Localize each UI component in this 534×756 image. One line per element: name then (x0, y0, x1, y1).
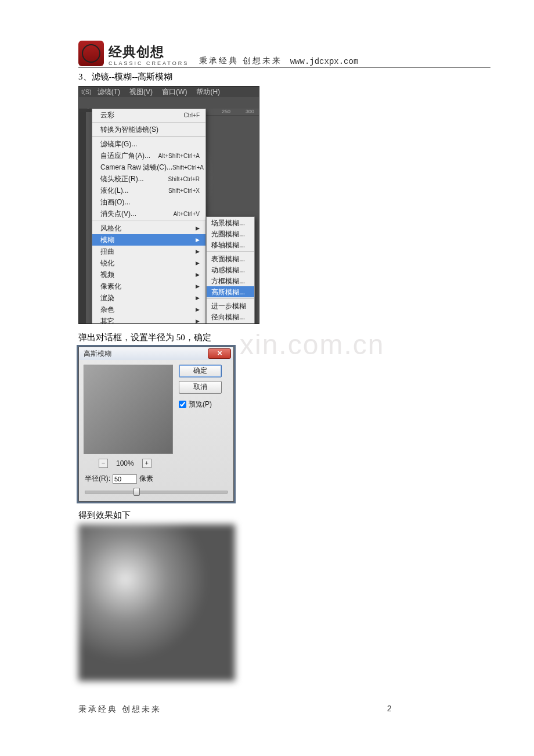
menu-item[interactable]: 液化(L)...Shift+Ctrl+X (92, 185, 205, 196)
menu-item-noise[interactable]: 杂色▶ (92, 304, 205, 315)
menu-item[interactable]: 滤镜库(G)... (92, 138, 205, 150)
submenu-item[interactable]: 方框模糊... (207, 275, 254, 286)
dialog-title: 高斯模糊 (84, 349, 111, 359)
menubar-filter[interactable]: 滤镜(T) (94, 87, 124, 97)
ruler-mark: 300 (246, 109, 254, 116)
logo-icon (78, 41, 104, 66)
radius-slider[interactable] (85, 487, 228, 495)
menu-item-sharpen[interactable]: 锐化▶ (92, 257, 205, 269)
submenu-item-gaussian[interactable]: 高斯模糊... (207, 286, 254, 297)
submenu-item[interactable]: 动感模糊... (207, 264, 254, 275)
menu-item[interactable]: 消失点(V)...Alt+Ctrl+V (92, 208, 205, 219)
blur-submenu[interactable]: 场景模糊... 光圈模糊... 移轴模糊... 表面模糊... 动感模糊... … (206, 217, 255, 323)
gaussian-blur-dialog: 高斯模糊 ✕ 确定 取消 预览(P) − 100% + 半径(R): (78, 347, 234, 502)
footer-slogan: 秉承经典 创想未来 (78, 704, 161, 715)
menu-item-render[interactable]: 渲染▶ (92, 292, 205, 304)
doc-zoom-label: 0% ( (79, 109, 92, 112)
dialog-titlebar[interactable]: 高斯模糊 ✕ (79, 347, 233, 360)
submenu-item[interactable]: 进一步模糊 (207, 300, 254, 311)
ps-screenshot: t(S) 滤镜(T) 视图(V) 窗口(W) 帮助(H) 0% ( 250 30… (78, 86, 259, 324)
menu-item-smart-filter[interactable]: 转换为智能滤镜(S) (92, 124, 205, 135)
zoom-out-button[interactable]: − (99, 459, 108, 468)
ps-leftlabel: t(S) (81, 88, 92, 95)
menu-item-other[interactable]: 其它▶ (92, 315, 205, 323)
preview-checkbox[interactable]: 预览(P) (179, 399, 222, 409)
brand-en: CLASSIC CREATORS (109, 60, 189, 66)
dialog-preview (84, 365, 173, 454)
radius-input[interactable] (113, 474, 137, 484)
preview-checkbox-input[interactable] (179, 401, 186, 408)
slider-thumb-icon[interactable] (134, 488, 140, 496)
ps-optionsbar (79, 97, 259, 109)
filter-menu-dropdown[interactable]: 云彩 Ctrl+F 转换为智能滤镜(S) 滤镜库(G)... 自适应广角(A).… (92, 109, 206, 323)
menu-item[interactable]: 镜头校正(R)...Shift+Ctrl+R (92, 173, 205, 185)
menu-item-distort[interactable]: 扭曲▶ (92, 246, 205, 257)
submenu-item[interactable]: 表面模糊... (207, 253, 254, 264)
menu-item-stylize[interactable]: 风格化▶ (92, 222, 205, 234)
menu-item-blur[interactable]: 模糊▶ (92, 234, 205, 246)
page-number: 2 (387, 704, 392, 715)
submenu-item[interactable]: 光圈模糊... (207, 228, 254, 239)
paragraph: 得到效果如下 (78, 510, 490, 521)
submenu-item[interactable]: 场景模糊... (207, 217, 254, 228)
cancel-button[interactable]: 取消 (179, 381, 222, 394)
submenu-item[interactable]: 镜头模糊... (207, 322, 254, 323)
radius-unit: 像素 (139, 474, 153, 484)
zoom-value: 100% (116, 459, 134, 467)
menubar-view[interactable]: 视图(V) (126, 87, 156, 97)
menu-item-video[interactable]: 视频▶ (92, 269, 205, 280)
menubar-help[interactable]: 帮助(H) (193, 87, 223, 97)
menu-item[interactable]: Camera Raw 滤镜(C)...Shift+Ctrl+A (92, 161, 205, 173)
header-url: www.jdcxpx.com (290, 57, 359, 66)
menu-item-last-filter[interactable]: 云彩 Ctrl+F (92, 109, 205, 121)
ruler-mark: 250 (222, 109, 230, 116)
page-header: 经典创想 CLASSIC CREATORS 秉承经典 创想未来 www.jdcx… (78, 41, 490, 68)
ok-button[interactable]: 确定 (179, 365, 222, 377)
ps-menubar: t(S) 滤镜(T) 视图(V) 窗口(W) 帮助(H) (79, 87, 259, 97)
close-button[interactable]: ✕ (208, 348, 231, 359)
menu-item-pixelate[interactable]: 像素化▶ (92, 280, 205, 292)
menu-item[interactable]: 油画(O)... (92, 196, 205, 208)
header-slogan: 秉承经典 创想未来 (199, 56, 282, 66)
paragraph: 弹出对话框，设置半径为 50，确定 (78, 332, 490, 343)
submenu-item[interactable]: 移轴模糊... (207, 239, 254, 250)
zoom-in-button[interactable]: + (142, 459, 151, 468)
submenu-item[interactable]: 径向模糊... (207, 311, 254, 322)
radius-label: 半径(R): (85, 474, 110, 484)
page-footer: 秉承经典 创想未来 2 (78, 704, 392, 715)
menubar-window[interactable]: 窗口(W) (158, 87, 190, 97)
brand-zh: 经典创想 (109, 45, 189, 59)
result-image (78, 524, 235, 681)
step-heading: 3、滤镜--模糊--高斯模糊 (78, 71, 490, 82)
menu-item[interactable]: 自适应广角(A)...Alt+Shift+Ctrl+A (92, 150, 205, 161)
